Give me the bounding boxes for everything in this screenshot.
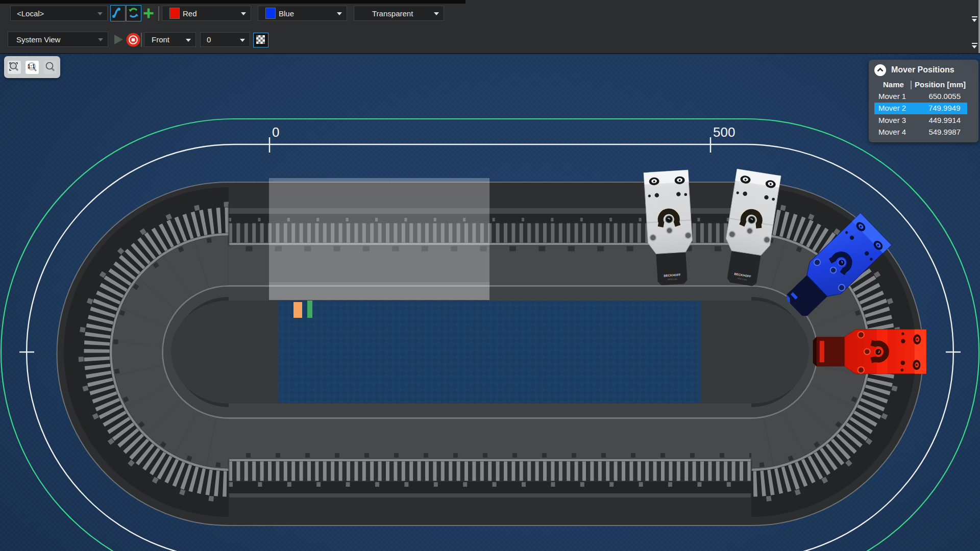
svg-text:1:1: 1:1	[28, 64, 35, 69]
svg-text:0: 0	[272, 124, 279, 140]
svg-text:500: 500	[713, 124, 735, 140]
